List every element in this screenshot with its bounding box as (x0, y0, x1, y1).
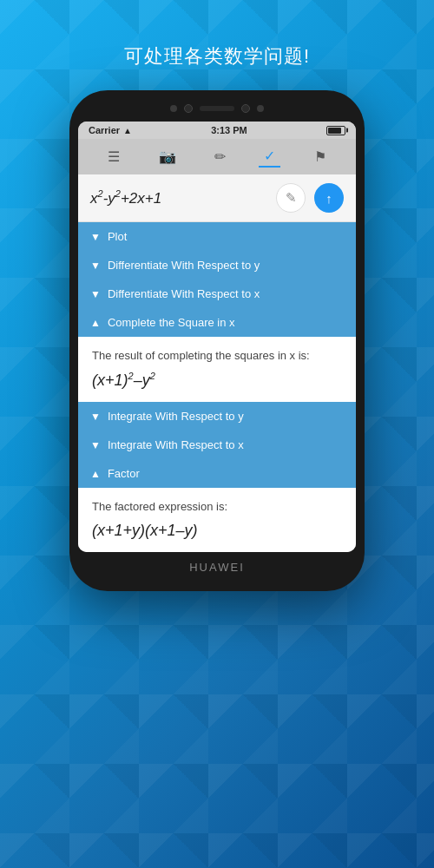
status-right (326, 126, 345, 135)
speaker-grille (200, 106, 234, 111)
sensor-dot-3 (257, 105, 264, 112)
factor-description: The factored expression is: (92, 500, 342, 513)
menu-item-integrate-x[interactable]: ▼ Integrate With Respect to x (78, 431, 356, 459)
battery-fill (328, 128, 341, 134)
menu-item-diff-y[interactable]: ▼ Differentiate With Respect to y (78, 251, 356, 279)
camera-icon[interactable]: 📷 (154, 147, 181, 167)
factor-result: (x+1+y)(x+1–y) (92, 522, 342, 540)
check-icon[interactable]: ✓ (259, 146, 280, 168)
sensor-dot-2 (241, 104, 250, 113)
chevron-factor-icon: ▲ (90, 468, 101, 480)
pencil-icon[interactable]: ✏ (209, 147, 231, 167)
phone-screen: Carrier ▲ 3:13 PM ☰ 📷 ✏ ✓ ⚑ x2-y2+2x+1 ✎ (78, 122, 356, 552)
menu-label-integrate-y: Integrate With Respect to y (108, 410, 244, 423)
phone-shell: Carrier ▲ 3:13 PM ☰ 📷 ✏ ✓ ⚑ x2-y2+2x+1 ✎ (69, 90, 365, 591)
menu-label-diff-x: Differentiate With Respect to x (108, 287, 260, 300)
menu-label-diff-y: Differentiate With Respect to y (108, 259, 260, 272)
menu-icon[interactable]: ☰ (102, 147, 125, 167)
formula-display: x2-y2+2x+1 (90, 188, 267, 207)
expanded-complete-square: The result of completing the squares in … (78, 337, 356, 402)
menu-item-complete-square[interactable]: ▲ Complete the Square in x (78, 308, 356, 337)
camera-sensor (184, 104, 193, 113)
menu-label-integrate-x: Integrate With Respect to x (108, 438, 244, 451)
chevron-diff-y-icon: ▼ (90, 260, 101, 272)
menu-item-integrate-y[interactable]: ▼ Integrate With Respect to y (78, 402, 356, 431)
flag-icon[interactable]: ⚑ (309, 147, 332, 167)
chevron-plot-icon: ▼ (90, 231, 101, 243)
carrier-label: Carrier (89, 125, 120, 135)
menu-item-plot[interactable]: ▼ Plot (78, 222, 356, 251)
formula-row: x2-y2+2x+1 ✎ ↑ (78, 174, 356, 222)
sensor-dot-1 (170, 105, 177, 112)
app-toolbar: ☰ 📷 ✏ ✓ ⚑ (78, 139, 356, 174)
complete-square-description: The result of completing the squares in … (92, 349, 342, 362)
menu-item-factor[interactable]: ▲ Factor (78, 459, 356, 488)
chevron-integrate-x-icon: ▼ (90, 439, 101, 451)
phone-top-sensors (78, 104, 356, 113)
upload-button[interactable]: ↑ (314, 183, 344, 213)
status-left: Carrier ▲ (89, 125, 132, 135)
status-bar: Carrier ▲ 3:13 PM (78, 122, 356, 139)
chevron-diff-x-icon: ▼ (90, 288, 101, 300)
menu-item-diff-x[interactable]: ▼ Differentiate With Respect to x (78, 279, 356, 308)
complete-square-result: (x+1)2–y2 (92, 371, 342, 390)
chevron-complete-square-icon: ▲ (90, 317, 101, 329)
menu-label-factor: Factor (108, 467, 140, 480)
battery-icon (326, 126, 345, 135)
page-title: 可处理各类数学问题! (124, 43, 310, 69)
phone-bottom: HUAWEI (78, 561, 356, 574)
chevron-integrate-y-icon: ▼ (90, 411, 101, 423)
expanded-factor: The factored expression is: (x+1+y)(x+1–… (78, 488, 356, 552)
phone-brand-label: HUAWEI (189, 561, 245, 574)
menu-label-plot: Plot (108, 230, 127, 243)
wifi-icon: ▲ (123, 126, 132, 135)
status-time: 3:13 PM (211, 125, 247, 135)
menu-label-complete-square: Complete the Square in x (108, 316, 235, 329)
edit-button[interactable]: ✎ (276, 183, 306, 213)
